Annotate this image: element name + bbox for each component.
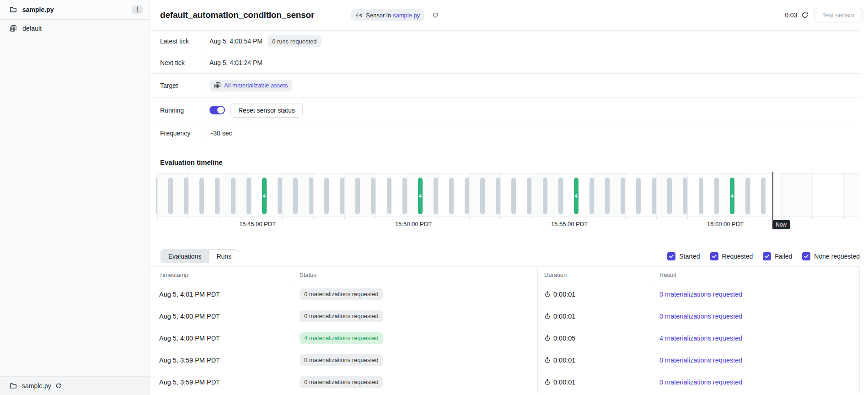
result-link[interactable]: 0 materializations requested — [659, 379, 742, 386]
axis-tick — [687, 217, 688, 220]
tick-bar-skipped[interactable] — [156, 178, 157, 214]
tick-bar-skipped[interactable] — [355, 178, 360, 214]
checkbox-checked-icon[interactable] — [710, 252, 718, 260]
table-header-row: Timestamp Status Duration Result — [150, 267, 859, 283]
tick-bar-skipped[interactable] — [511, 178, 516, 214]
tick-bar-skipped[interactable] — [543, 178, 547, 214]
cell-duration: 0:00:01 — [537, 371, 652, 393]
axis-tick — [313, 217, 314, 220]
tick-bar-requested[interactable]: 4 — [730, 178, 734, 214]
tick-bar-skipped[interactable] — [496, 178, 500, 214]
tick-bar-skipped[interactable] — [589, 178, 594, 214]
tick-bar-requested[interactable]: 4 — [574, 178, 579, 214]
tick-bar-skipped[interactable] — [558, 178, 563, 214]
tick-bar-skipped[interactable] — [745, 178, 750, 214]
tick-bar-requested[interactable]: 4 — [262, 178, 267, 214]
sidebar-footer: sample.py — [0, 376, 150, 395]
result-link[interactable]: 0 materializations requested — [659, 291, 742, 298]
running-toggle[interactable] — [209, 106, 225, 114]
axis-tick — [531, 217, 532, 220]
tick-bar-skipped[interactable] — [199, 178, 204, 214]
tick-bar-skipped[interactable] — [215, 178, 220, 214]
tick-bar-skipped[interactable] — [434, 178, 438, 214]
property-row-running: Running Reset sensor status — [150, 97, 860, 123]
tick-bar-skipped[interactable] — [246, 178, 251, 214]
tick-bar-skipped[interactable] — [605, 178, 610, 214]
tick-bar-skipped[interactable] — [184, 178, 188, 214]
evaluations-table: Timestamp Status Duration Result Aug 5, … — [150, 266, 860, 393]
target-assets-tag[interactable]: All materializable assets — [209, 80, 292, 92]
evaluations-runs-tabs: Evaluations Runs — [161, 249, 239, 263]
tick-bar-skipped[interactable] — [761, 178, 766, 214]
reload-icon[interactable] — [55, 383, 62, 389]
target-assets-link[interactable]: All materializable assets — [224, 82, 288, 89]
result-link[interactable]: 4 materializations requested — [659, 335, 742, 342]
minute-band — [812, 173, 843, 216]
next-tick-value: Aug 5, 4:01:24 PM — [209, 59, 263, 66]
tick-bar-skipped[interactable] — [480, 178, 485, 214]
result-link[interactable]: 0 materializations requested — [659, 357, 742, 364]
axis-tick — [500, 217, 501, 220]
header-actions: 0:03 Test sensor — [785, 8, 863, 22]
toggle-knob — [217, 107, 224, 114]
tick-bar-skipped[interactable] — [652, 178, 656, 214]
checkbox-checked-icon[interactable] — [802, 252, 810, 260]
duration-value: 0:00:01 — [553, 379, 575, 386]
tick-bar-requested[interactable]: 4 — [418, 178, 423, 214]
tick-bar-skipped[interactable] — [309, 178, 313, 214]
tick-bar-skipped[interactable] — [387, 178, 391, 214]
tick-bar-skipped[interactable] — [449, 178, 454, 214]
result-link[interactable]: 0 materializations requested — [659, 313, 742, 320]
property-row-next-tick: Next tick Aug 5, 4:01:24 PM — [150, 52, 860, 74]
cell-result: 0 materializations requested — [652, 371, 859, 393]
filter-checkbox-requested[interactable]: Requested — [710, 252, 753, 260]
cell-status: 0 materializations requested — [293, 283, 537, 305]
tick-bar-skipped[interactable] — [371, 178, 375, 214]
minute-band — [781, 173, 812, 216]
checkbox-checked-icon[interactable] — [667, 252, 675, 260]
cell-duration: 0:00:01 — [537, 283, 652, 305]
tick-bar-skipped[interactable] — [636, 178, 641, 214]
axis-tick — [220, 217, 220, 220]
tick-bar-skipped[interactable] — [168, 178, 173, 214]
sidebar-item-default[interactable]: default — [0, 22, 150, 35]
tick-bar-skipped[interactable] — [293, 178, 298, 214]
tick-bar-skipped[interactable] — [699, 178, 703, 214]
table-row: Aug 5, 3:59 PM PDT0 materializations req… — [150, 349, 859, 371]
checkbox-checked-icon[interactable] — [763, 252, 771, 260]
reset-sensor-status-button[interactable]: Reset sensor status — [230, 103, 303, 118]
axis-tick — [469, 217, 470, 220]
tick-bar-skipped[interactable] — [714, 178, 719, 214]
sidebar-item-label: sample.py — [22, 6, 132, 13]
sensor-page: sample.py 1 default sample.py — [0, 0, 868, 395]
sidebar-item-sample-py[interactable]: sample.py 1 — [0, 0, 150, 20]
tick-bar-skipped[interactable] — [278, 178, 282, 214]
tab-evaluations[interactable]: Evaluations — [161, 250, 209, 263]
tick-bar-skipped[interactable] — [231, 178, 236, 214]
axis-tick — [843, 217, 844, 220]
stopwatch-icon — [544, 313, 551, 319]
status-filter-checkboxes: StartedRequestedFailedNone requested — [667, 252, 860, 260]
tick-bar-skipped[interactable] — [667, 178, 672, 214]
tick-bar-skipped[interactable] — [683, 178, 687, 214]
tick-bar-skipped[interactable] — [621, 178, 625, 214]
tick-bar-skipped[interactable] — [324, 178, 329, 214]
filter-checkbox-started[interactable]: Started — [667, 252, 700, 260]
latest-tick-result-badge: 0 runs requested — [268, 35, 321, 47]
tab-runs[interactable]: Runs — [209, 250, 239, 263]
tick-bar-skipped[interactable] — [340, 178, 344, 214]
filter-checkbox-failed[interactable]: Failed — [763, 252, 792, 260]
test-sensor-button[interactable]: Test sensor — [814, 8, 863, 22]
refresh-icon[interactable] — [801, 11, 809, 19]
tick-bar-skipped[interactable] — [527, 178, 531, 214]
property-label: Target — [150, 74, 203, 97]
duration-value: 0:00:01 — [553, 291, 575, 298]
sensor-badge-link[interactable]: sample.py — [393, 12, 420, 19]
tick-bar-skipped[interactable] — [402, 178, 407, 214]
filter-checkbox-none-requested[interactable]: None requested — [802, 252, 860, 260]
duration-value: 0:00:01 — [553, 313, 575, 320]
latest-tick-value: Aug 5, 4:00:54 PM — [209, 38, 263, 45]
axis-time-label: 15:50:00 PDT — [395, 221, 432, 227]
tick-bar-skipped[interactable] — [465, 178, 469, 214]
reload-definitions-icon[interactable] — [432, 12, 439, 18]
